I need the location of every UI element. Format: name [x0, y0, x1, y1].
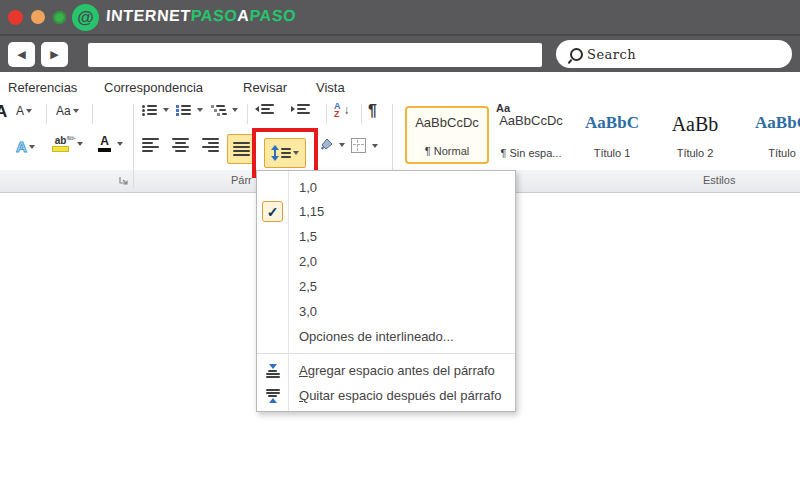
font-dialog-launcher-icon[interactable] [118, 175, 129, 186]
tab-vista[interactable]: Vista [316, 80, 345, 95]
style-titulo-2[interactable]: AaBb Título 2 [656, 106, 734, 164]
bullets-icon [142, 104, 157, 116]
forward-button[interactable]: ▶ [41, 42, 68, 67]
line-spacing-menu: 1,0 ✓ 1,15 1,5 2,0 2,5 3,0 [256, 170, 516, 412]
borders-icon [351, 138, 366, 153]
group-separator [133, 104, 134, 188]
chevron-down-icon [26, 109, 32, 113]
highlighter-icon: ab ✎ [52, 136, 69, 152]
align-center-icon [172, 138, 189, 152]
align-left-icon [142, 138, 159, 152]
chevron-down-icon [117, 142, 123, 146]
menu-item-3-0[interactable]: 3,0 [257, 299, 515, 324]
chevron-down-icon [372, 144, 378, 148]
search-icon [570, 48, 583, 61]
chevron-down-icon [293, 151, 299, 155]
window-minimize-button[interactable] [31, 10, 45, 24]
decrease-indent-button[interactable] [255, 103, 274, 115]
styles-group-label: Estilos [703, 174, 735, 186]
style-titulo-1[interactable]: AaBbC Título 1 [574, 106, 650, 164]
chevron-down-icon [339, 143, 345, 147]
logo-word-paso2: PASO [249, 7, 297, 24]
screenshot-root: @ INTERNETPASOAPASO ◀ ▶ Search Referenci… [0, 0, 800, 500]
tab-revisar[interactable]: Revisar [243, 80, 287, 95]
menu-item-2-5[interactable]: 2,5 [257, 274, 515, 299]
menu-item-agregar-espacio-antes[interactable]: Agregar espacio antes del párrafo [257, 358, 515, 383]
logo-word-paso1: PASO [190, 7, 238, 24]
paint-bucket-icon [318, 136, 335, 153]
justify-icon [233, 142, 250, 156]
increase-indent-icon [291, 106, 295, 112]
tab-referencias[interactable]: Referencias [8, 80, 77, 95]
paragraph-group-label: Párr [231, 174, 252, 186]
numbering-icon [176, 104, 191, 116]
menu-item-quitar-espacio-despues[interactable]: Quitar espacio después del párrafo [257, 383, 515, 408]
search-field[interactable]: Search [556, 40, 792, 68]
chevron-down-icon [197, 108, 203, 112]
borders-button[interactable] [351, 138, 378, 153]
browser-title-bar: @ INTERNETPASOAPASO [0, 0, 800, 36]
site-logo-icon: @ [72, 4, 99, 31]
change-case-button[interactable]: Aa [56, 104, 79, 118]
menu-item-2-0[interactable]: 2,0 [257, 249, 515, 274]
font-color-button[interactable]: A [98, 136, 123, 152]
line-spacing-icon [271, 145, 279, 161]
tab-correspondencia[interactable]: Correspondencia [104, 80, 203, 95]
shading-button[interactable] [318, 136, 345, 153]
window-zoom-button[interactable] [53, 11, 66, 24]
back-icon: ◀ [17, 48, 25, 61]
multilevel-list-icon [211, 104, 227, 116]
chevron-down-icon [73, 109, 79, 113]
text-effects-button[interactable]: A [16, 138, 35, 155]
sort-icon: A Z [334, 102, 341, 118]
chevron-down-icon [163, 108, 169, 112]
align-left-button[interactable] [142, 138, 159, 152]
menu-item-1-15[interactable]: ✓ 1,15 [257, 199, 515, 224]
add-space-before-icon [266, 364, 280, 378]
check-glyph: ✓ [267, 204, 279, 220]
window-close-button[interactable] [8, 10, 23, 25]
chevron-down-icon [29, 145, 35, 149]
bullets-button[interactable] [142, 104, 169, 116]
font-color-icon: A [98, 136, 111, 152]
site-logo-text: INTERNETPASOAPASO [105, 7, 296, 25]
pilcrow-icon: ¶ [368, 102, 377, 120]
text-highlight-button[interactable]: ab ✎ [52, 136, 83, 152]
align-right-icon [202, 138, 219, 152]
style-sin-espaciado[interactable]: AaBbCcDc ¶ Sin espa... [494, 106, 568, 164]
line-spacing-button[interactable] [264, 138, 306, 168]
shrink-font-button[interactable]: A [16, 104, 32, 118]
menu-item-1-0[interactable]: 1,0 [257, 175, 515, 199]
back-button[interactable]: ◀ [8, 42, 35, 67]
increase-indent-button[interactable] [291, 103, 310, 115]
menu-separator [257, 353, 515, 354]
checked-icon: ✓ [262, 201, 283, 222]
sort-button[interactable]: A Z ↓ [334, 102, 350, 118]
menu-item-opciones-interlineado[interactable]: Opciones de interlineado... [257, 324, 515, 349]
remove-space-after-icon [266, 389, 280, 403]
style-normal[interactable]: AaBbCcDc ¶ Normal [405, 106, 489, 164]
chevron-down-icon [232, 108, 238, 112]
multilevel-list-button[interactable] [211, 104, 238, 116]
show-paragraph-marks-button[interactable]: ¶ [368, 102, 377, 120]
align-right-button[interactable] [202, 138, 219, 152]
decrease-indent-icon [255, 106, 259, 112]
forward-icon: ▶ [50, 48, 58, 61]
numbering-button[interactable] [176, 104, 203, 116]
menu-item-1-5[interactable]: 1,5 [257, 224, 515, 249]
grow-font-button[interactable]: A [0, 102, 7, 122]
browser-nav-bar: ◀ ▶ Search [0, 36, 800, 72]
align-center-button[interactable] [172, 138, 189, 152]
logo-at-glyph: @ [77, 8, 94, 28]
chevron-down-icon [77, 142, 83, 146]
address-bar[interactable] [88, 43, 542, 67]
logo-word-internet: INTERNET [105, 7, 191, 24]
search-placeholder-text: Search [587, 47, 636, 62]
justify-button[interactable] [227, 134, 255, 164]
style-titulo[interactable]: AaBbC Título [742, 106, 800, 164]
